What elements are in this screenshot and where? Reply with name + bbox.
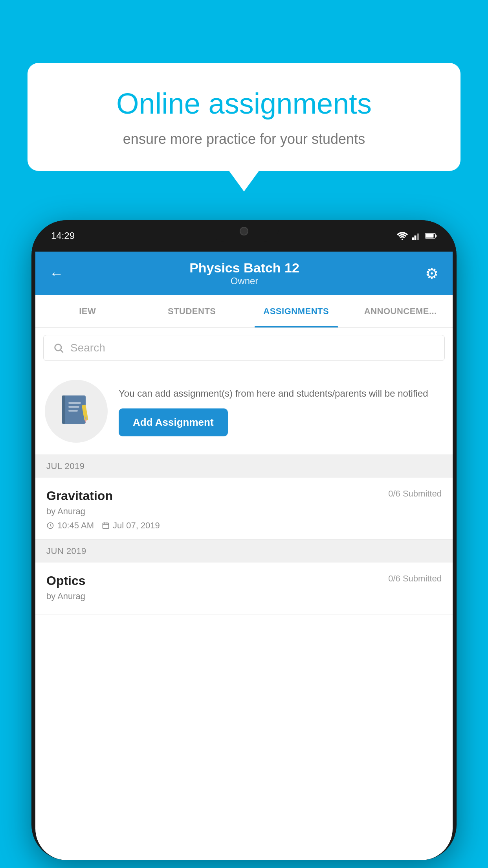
- svg-rect-12: [68, 406, 79, 408]
- tab-iew[interactable]: IEW: [35, 295, 140, 327]
- promo-section: You can add assignment(s) from here and …: [35, 368, 453, 455]
- assignment-submitted-optics: 0/6 Submitted: [388, 574, 442, 584]
- svg-rect-10: [62, 395, 65, 424]
- date-meta: Jul 07, 2019: [102, 520, 160, 531]
- svg-line-8: [61, 350, 63, 352]
- notebook-icon: [61, 394, 92, 429]
- speech-bubble-card: Online assignments ensure more practice …: [28, 63, 460, 171]
- assignment-submitted: 0/6 Submitted: [388, 489, 442, 499]
- settings-icon[interactable]: ⚙: [425, 265, 438, 282]
- svg-point-7: [55, 344, 61, 351]
- assignment-name-optics: Optics: [46, 574, 86, 588]
- svg-rect-2: [415, 235, 416, 240]
- promo-description: You can add assignment(s) from here and …: [119, 386, 443, 401]
- app-header: ← Physics Batch 12 Owner ⚙: [35, 252, 453, 295]
- tab-announcements[interactable]: ANNOUNCEME...: [349, 295, 453, 327]
- header-title: Physics Batch 12: [189, 260, 299, 276]
- svg-rect-6: [426, 234, 434, 238]
- status-icons: [397, 232, 437, 240]
- svg-rect-11: [68, 402, 81, 404]
- svg-rect-16: [85, 417, 86, 419]
- status-bar: 14:29: [31, 220, 457, 252]
- search-placeholder: Search: [70, 342, 105, 354]
- svg-point-0: [402, 239, 403, 240]
- header-subtitle: Owner: [189, 276, 299, 287]
- tab-assignments[interactable]: ASSIGNMENTS: [244, 295, 349, 327]
- phone-frame: 14:29: [31, 220, 457, 860]
- signal-icon: [412, 232, 421, 240]
- svg-rect-5: [435, 235, 437, 237]
- promo-right: You can add assignment(s) from here and …: [119, 386, 443, 436]
- svg-rect-3: [417, 234, 419, 240]
- assignment-top: Gravitation 0/6 Submitted: [46, 489, 442, 503]
- search-icon: [53, 342, 64, 353]
- svg-rect-9: [64, 395, 86, 424]
- assignment-time: 10:45 AM: [57, 520, 94, 531]
- time-meta: 10:45 AM: [46, 520, 94, 531]
- month-header-jul: JUL 2019: [35, 455, 453, 478]
- tab-students[interactable]: STUDENTS: [140, 295, 244, 327]
- assignment-by: by Anurag: [46, 506, 442, 517]
- bubble-title: Online assignments: [55, 86, 433, 121]
- calendar-icon: [102, 522, 110, 530]
- wifi-icon: [397, 232, 408, 240]
- assignment-meta: 10:45 AM Jul 07, 2019: [46, 520, 442, 531]
- svg-rect-13: [68, 410, 78, 412]
- assignment-date: Jul 07, 2019: [113, 520, 160, 531]
- assignment-top-optics: Optics 0/6 Submitted: [46, 574, 442, 588]
- camera: [240, 227, 248, 235]
- status-time: 14:29: [51, 230, 75, 241]
- notch: [209, 220, 279, 242]
- battery-icon: [425, 233, 437, 239]
- clock-icon: [46, 522, 54, 530]
- header-center: Physics Batch 12 Owner: [189, 260, 299, 287]
- assignment-item-optics[interactable]: Optics 0/6 Submitted by Anurag: [35, 563, 453, 614]
- assignment-icon-circle: [45, 380, 108, 443]
- svg-rect-18: [103, 523, 108, 528]
- phone-screen: ← Physics Batch 12 Owner ⚙ IEW STUDENTS …: [35, 252, 453, 860]
- tabs-bar: IEW STUDENTS ASSIGNMENTS ANNOUNCEME...: [35, 295, 453, 328]
- back-button[interactable]: ←: [50, 265, 64, 282]
- svg-rect-1: [412, 237, 414, 240]
- bubble-subtitle: ensure more practice for your students: [55, 131, 433, 147]
- assignment-item-gravitation[interactable]: Gravitation 0/6 Submitted by Anurag 10:4…: [35, 478, 453, 540]
- add-assignment-button[interactable]: Add Assignment: [119, 408, 228, 436]
- search-box[interactable]: Search: [43, 335, 445, 361]
- month-header-jun: JUN 2019: [35, 540, 453, 563]
- assignment-name: Gravitation: [46, 489, 113, 503]
- assignment-by-optics: by Anurag: [46, 591, 442, 601]
- search-container: Search: [35, 328, 453, 368]
